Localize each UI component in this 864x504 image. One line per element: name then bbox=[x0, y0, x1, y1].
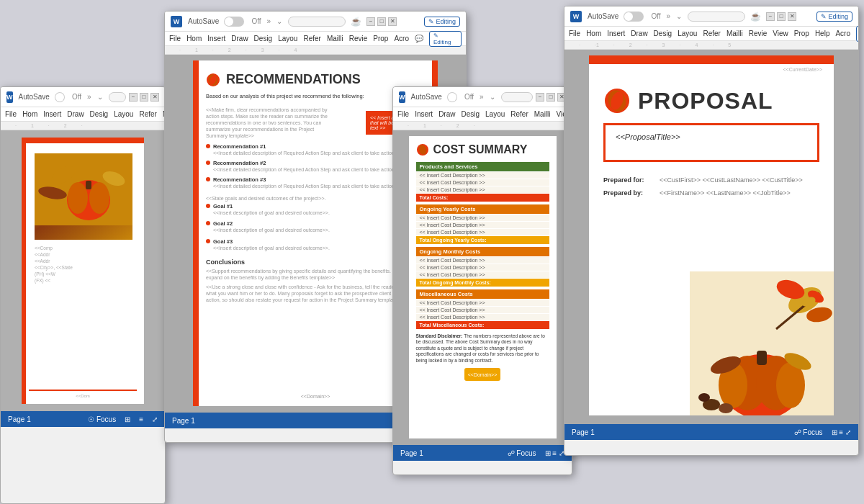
focus-label-3[interactable]: ☍ Focus bbox=[508, 449, 536, 457]
menu-insert-3[interactable]: Insert bbox=[415, 110, 433, 118]
rec-intro-text: Based on our analysis of this project we… bbox=[206, 93, 423, 101]
window-proposal[interactable]: W AutoSave Off » ⌄ ☕ − □ ✕ ✎ Editing Fil… bbox=[564, 6, 859, 456]
autosave-label-1: AutoSave bbox=[19, 93, 50, 101]
view-icon-1[interactable]: ⊞ bbox=[125, 415, 130, 423]
menu-refer-1[interactable]: Refer bbox=[139, 110, 156, 118]
menu-home-4[interactable]: Hom bbox=[586, 30, 601, 37]
close-btn-4[interactable]: ✕ bbox=[788, 12, 796, 21]
menu-review-4[interactable]: Revie bbox=[749, 30, 768, 37]
menu-draw-2[interactable]: Draw bbox=[231, 35, 248, 42]
view-icons-3[interactable]: ⊞ ≡ ⤢ bbox=[545, 449, 564, 457]
menu-design-2[interactable]: Desig bbox=[254, 35, 273, 42]
menu-insert-1[interactable]: Insert bbox=[43, 110, 61, 118]
editing-badge-2b[interactable]: ✎ Editing bbox=[429, 31, 462, 47]
focus-label-4[interactable]: ☍ Focus bbox=[794, 428, 823, 436]
minimize-btn-1[interactable]: − bbox=[129, 93, 138, 102]
menu-mail-4[interactable]: Mailli bbox=[726, 30, 743, 37]
menu-home-1[interactable]: Hom bbox=[22, 110, 37, 118]
menu-acro-4[interactable]: Acro bbox=[835, 30, 850, 37]
maximize-btn-3[interactable]: □ bbox=[546, 93, 555, 102]
maximize-btn-1[interactable]: □ bbox=[140, 93, 148, 102]
contact-content-1: <<Comp <<Addr <<Addr <<City>>, <<State (… bbox=[22, 138, 144, 404]
menu-layout-3[interactable]: Layou bbox=[485, 110, 505, 118]
menu-insert-2[interactable]: Insert bbox=[207, 35, 225, 42]
window-cost-summary[interactable]: W AutoSave Off » ⌄ − □ ✕ File Insert Dra… bbox=[392, 86, 572, 475]
goal2-label: Goal #2 bbox=[213, 220, 330, 227]
minimize-btn-3[interactable]: − bbox=[536, 93, 544, 102]
menu-prop-2[interactable]: Prop bbox=[373, 35, 388, 42]
view-icons-4[interactable]: ⊞ ≡ ⤢ bbox=[832, 428, 851, 436]
editing-badge-4[interactable]: ✎ Editing bbox=[816, 12, 852, 22]
autosave-toggle-4[interactable] bbox=[624, 12, 644, 22]
menu-layout-1[interactable]: Layou bbox=[114, 110, 133, 118]
menu-draw-1[interactable]: Draw bbox=[67, 110, 84, 118]
status-right-3: ☍ Focus ⊞ ≡ ⤢ bbox=[508, 449, 564, 457]
menu-mail-2[interactable]: Mailli bbox=[327, 35, 343, 42]
proposal-subtitle: <<ProposalTitle>> bbox=[616, 132, 807, 141]
status-bar-4: Page 1 ☍ Focus ⊞ ≡ ⤢ bbox=[564, 424, 858, 440]
address1-placeholder: <<Addr bbox=[35, 252, 137, 257]
search-box-1[interactable] bbox=[109, 92, 126, 102]
close-btn-1[interactable]: ✕ bbox=[150, 93, 159, 102]
autosave-off-3: Off bbox=[464, 93, 474, 101]
autosave-toggle-3[interactable] bbox=[447, 92, 457, 102]
search-box-2[interactable] bbox=[288, 17, 346, 27]
menu-layout-4[interactable]: Layou bbox=[678, 30, 697, 37]
editing-badge-4b[interactable]: ✎ Editing bbox=[856, 26, 859, 42]
menu-file-2[interactable]: File bbox=[169, 35, 181, 42]
menu-bar-4: File Hom Insert Draw Desig Layou Refer M… bbox=[564, 27, 858, 41]
minimize-btn-2[interactable]: − bbox=[366, 17, 375, 26]
rec3-label: Recommendation #3 bbox=[213, 176, 400, 183]
close-btn-2[interactable]: ✕ bbox=[388, 17, 397, 26]
rec2-label: Recommendation #2 bbox=[213, 160, 400, 166]
search-box-3[interactable] bbox=[501, 92, 533, 102]
view-icon-3[interactable]: ⤢ bbox=[152, 415, 158, 423]
cost-title-row: COST SUMMARY bbox=[416, 143, 549, 156]
menu-prop-4[interactable]: Prop bbox=[794, 30, 809, 37]
menu-home-2[interactable]: Hom bbox=[186, 35, 202, 42]
menu-review-2[interactable]: Revie bbox=[349, 35, 368, 42]
window-contact[interactable]: W AutoSave Off » ⌄ − □ ✕ File Hom Insert… bbox=[0, 86, 166, 504]
menu-design-1[interactable]: Desig bbox=[90, 110, 109, 118]
editing-badge-2[interactable]: ✎ Editing bbox=[424, 17, 460, 27]
menu-acro-2[interactable]: Acro bbox=[394, 35, 409, 42]
menu-refer-4[interactable]: Refer bbox=[703, 30, 720, 37]
autosave-label-4: AutoSave bbox=[588, 12, 618, 20]
rec3-item: Recommendation #3 <<Insert detailed desc… bbox=[206, 176, 423, 191]
menu-layout-2[interactable]: Layou bbox=[278, 35, 297, 42]
doc-page-1: <<Comp <<Addr <<Addr <<City>>, <<State (… bbox=[22, 138, 144, 404]
comment-icon-2[interactable]: 💬 bbox=[415, 35, 423, 42]
menu-refer-2[interactable]: Refer bbox=[303, 35, 320, 42]
search-box-4[interactable] bbox=[688, 12, 745, 22]
menu-view-4[interactable]: View bbox=[773, 30, 788, 37]
doc-page-4: <<CurrentDate>> PROPOSAL <<ProposalTitle… bbox=[589, 55, 834, 415]
menu-help-4[interactable]: Help bbox=[815, 30, 830, 37]
cost-summary-content: COST SUMMARY Products and Services << In… bbox=[409, 136, 557, 388]
menu-insert-4[interactable]: Insert bbox=[607, 30, 625, 37]
maximize-btn-4[interactable]: □ bbox=[777, 12, 786, 21]
rec3-detail: <<Insert detailed description of Require… bbox=[213, 183, 400, 189]
menu-design-4[interactable]: Desig bbox=[654, 30, 672, 37]
rec-title: RECOMMENDATIONS bbox=[206, 72, 423, 87]
menu-file-4[interactable]: File bbox=[569, 30, 580, 37]
focus-label-1[interactable]: ☉ Focus bbox=[88, 415, 116, 423]
menu-file-1[interactable]: File bbox=[5, 110, 17, 118]
menu-file-3[interactable]: File bbox=[397, 110, 409, 118]
menu-draw-3[interactable]: Draw bbox=[438, 110, 455, 118]
minimize-btn-4[interactable]: − bbox=[766, 12, 775, 21]
total-monthly: Total Ongoing Monthly Costs: bbox=[416, 279, 549, 287]
menu-draw-4[interactable]: Draw bbox=[631, 30, 647, 37]
menu-design-3[interactable]: Desig bbox=[461, 110, 480, 118]
page-label-4: Page 1 bbox=[572, 428, 595, 436]
view-icon-2[interactable]: ≡ bbox=[139, 415, 143, 423]
maximize-btn-2[interactable]: □ bbox=[377, 17, 386, 26]
menu-refer-3[interactable]: Refer bbox=[510, 110, 528, 118]
autosave-toggle-2[interactable] bbox=[224, 17, 244, 27]
menu-mail-3[interactable]: Mailli bbox=[534, 110, 551, 118]
title-bar-1: W AutoSave Off » ⌄ − □ ✕ bbox=[1, 87, 165, 107]
rec2-item: Recommendation #2 <<Insert detailed desc… bbox=[206, 160, 423, 174]
cost-domain-footer: <<Domain>> bbox=[416, 368, 549, 384]
company-placeholder: <<Comp bbox=[35, 246, 137, 251]
autosave-toggle-1[interactable] bbox=[55, 92, 65, 102]
prepared-for-value: <<CustFirst>> <<CustLastName>> <<CustTit… bbox=[660, 176, 803, 184]
